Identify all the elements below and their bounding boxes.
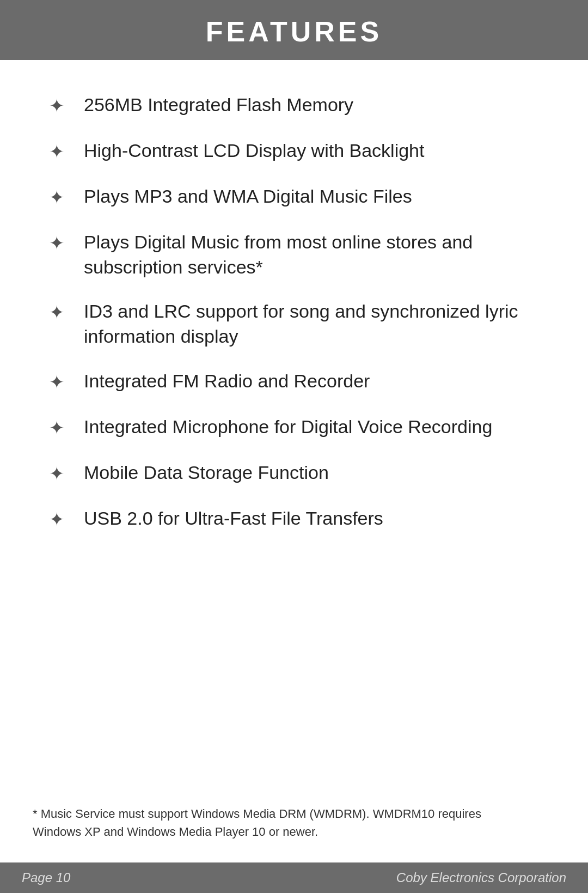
bullet-icon: ✦ — [49, 300, 64, 325]
bullet-icon: ✦ — [49, 370, 64, 395]
list-item: ✦Integrated FM Radio and Recorder — [49, 369, 539, 395]
bullet-icon: ✦ — [49, 139, 64, 165]
footnote-text: * Music Service must support Windows Med… — [33, 805, 555, 841]
bullet-icon: ✦ — [49, 507, 64, 532]
item-text: Integrated Microphone for Digital Voice … — [84, 415, 539, 440]
bullet-icon: ✦ — [49, 94, 64, 119]
list-item: ✦USB 2.0 for Ultra-Fast File Transfers — [49, 506, 539, 532]
content-area: ✦256MB Integrated Flash Memory✦High-Cont… — [0, 60, 588, 532]
item-text: 256MB Integrated Flash Memory — [84, 93, 539, 118]
list-item: ✦256MB Integrated Flash Memory — [49, 93, 539, 119]
footer-page-label: Page 10 — [22, 870, 70, 885]
list-item: ✦High-Contrast LCD Display with Backligh… — [49, 138, 539, 165]
item-text: Plays MP3 and WMA Digital Music Files — [84, 184, 539, 209]
item-text: Mobile Data Storage Function — [84, 460, 539, 485]
item-text: Plays Digital Music from most online sto… — [84, 230, 539, 280]
bullet-icon: ✦ — [49, 185, 64, 210]
page-header: FEATURES — [0, 0, 588, 60]
footnote-line2: Windows XP and Windows Media Player 10 o… — [33, 825, 318, 839]
item-text: Integrated FM Radio and Recorder — [84, 369, 539, 394]
bullet-icon: ✦ — [49, 416, 64, 441]
page-footer: Page 10 Coby Electronics Corporation — [0, 862, 588, 893]
page-title: FEATURES — [0, 15, 588, 48]
footer-brand-label: Coby Electronics Corporation — [396, 870, 566, 885]
list-item: ✦ID3 and LRC support for song and synchr… — [49, 299, 539, 349]
footnote-area: * Music Service must support Windows Med… — [33, 805, 555, 849]
item-text: ID3 and LRC support for song and synchro… — [84, 299, 539, 349]
bullet-icon: ✦ — [49, 231, 64, 256]
list-item: ✦Mobile Data Storage Function — [49, 460, 539, 487]
bullet-icon: ✦ — [49, 461, 64, 487]
footnote-line1: * Music Service must support Windows Med… — [33, 807, 481, 821]
list-item: ✦Plays MP3 and WMA Digital Music Files — [49, 184, 539, 210]
item-text: High-Contrast LCD Display with Backlight — [84, 138, 539, 163]
item-text: USB 2.0 for Ultra-Fast File Transfers — [84, 506, 539, 531]
list-item: ✦Integrated Microphone for Digital Voice… — [49, 415, 539, 441]
features-list: ✦256MB Integrated Flash Memory✦High-Cont… — [49, 93, 539, 532]
list-item: ✦Plays Digital Music from most online st… — [49, 230, 539, 280]
